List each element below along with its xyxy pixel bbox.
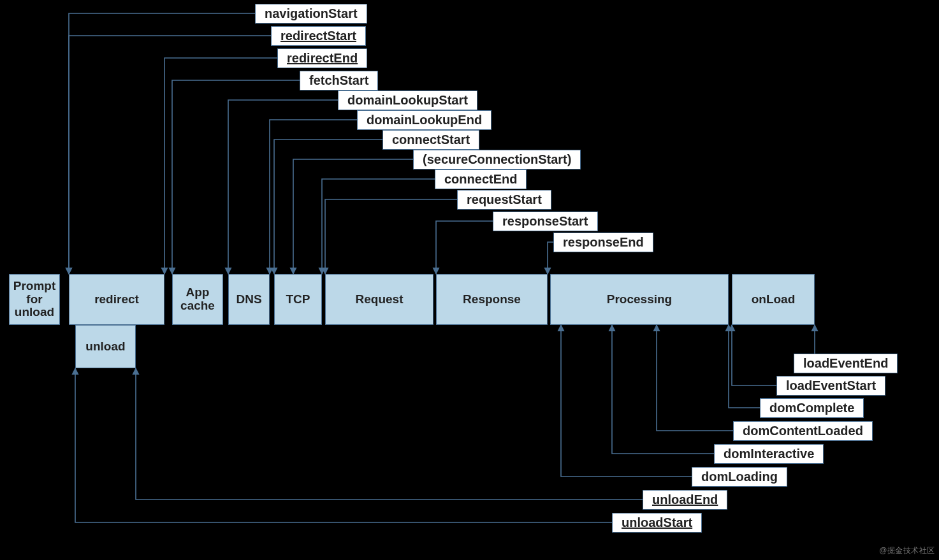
event-domLoading: domLoading bbox=[692, 467, 787, 487]
event-fetchStart: fetchStart bbox=[300, 71, 378, 90]
phase-tcp: TCP bbox=[274, 274, 322, 325]
phase-processing: Processing bbox=[550, 274, 729, 325]
phase-appcache: App cache bbox=[172, 274, 223, 325]
event-domInteractive: domInteractive bbox=[714, 444, 824, 464]
phase-request: Request bbox=[325, 274, 433, 325]
event-unloadStart: unloadStart bbox=[612, 513, 702, 533]
phase-redirect: redirect bbox=[69, 274, 164, 325]
event-requestStart: requestStart bbox=[457, 190, 551, 210]
event-domainLookupEnd: domainLookupEnd bbox=[357, 110, 491, 130]
event-secureConnectionStart: (secureConnectionStart) bbox=[413, 150, 581, 169]
event-responseStart: responseStart bbox=[493, 212, 598, 231]
phase-dns: DNS bbox=[228, 274, 270, 325]
diagram-stage: @掘金技术社区 Prompt for unloadredirectunloadA… bbox=[0, 0, 939, 560]
event-redirectStart: redirectStart bbox=[271, 26, 366, 46]
phase-unload: unload bbox=[75, 325, 136, 368]
event-unloadEnd: unloadEnd bbox=[643, 490, 727, 510]
event-loadEventEnd: loadEventEnd bbox=[794, 354, 898, 373]
event-domContentLoaded: domContentLoaded bbox=[733, 421, 873, 441]
watermark: @掘金技术社区 bbox=[879, 545, 935, 556]
event-domainLookupStart: domainLookupStart bbox=[338, 90, 477, 110]
event-loadEventStart: loadEventStart bbox=[776, 376, 885, 396]
event-responseEnd: responseEnd bbox=[553, 233, 653, 252]
phase-response: Response bbox=[436, 274, 548, 325]
phase-prompt: Prompt for unload bbox=[9, 274, 60, 325]
event-navigationStart: navigationStart bbox=[255, 4, 367, 24]
event-connectStart: connectStart bbox=[382, 130, 479, 150]
event-redirectEnd: redirectEnd bbox=[277, 48, 367, 68]
event-domComplete: domComplete bbox=[760, 398, 864, 418]
phase-onload: onLoad bbox=[732, 274, 815, 325]
event-connectEnd: connectEnd bbox=[435, 169, 527, 189]
